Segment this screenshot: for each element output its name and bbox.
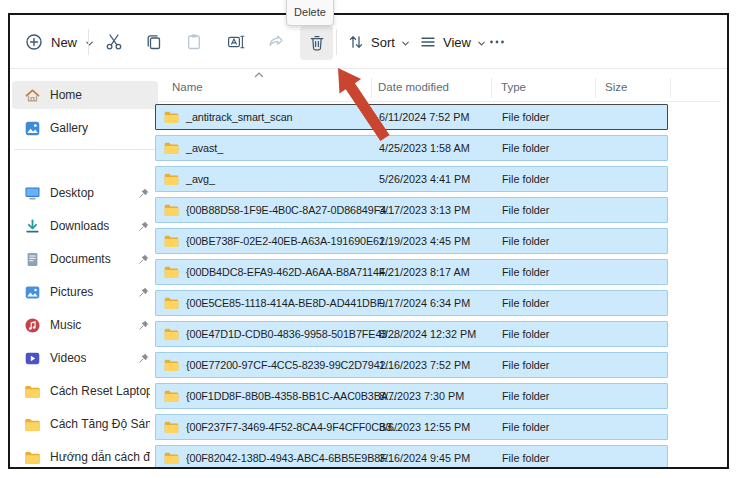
file-name: {00B88D58-1F9E-4B0C-8A27-0D86849F4... xyxy=(186,204,395,216)
share-button[interactable] xyxy=(261,27,291,57)
column-header-name[interactable]: Name xyxy=(172,81,203,93)
sidebar-item-label: Cách Tăng Độ Sáng xyxy=(50,417,150,431)
sidebar-item-label: Cách Reset Laptop xyxy=(50,384,150,398)
sidebar-item-label: Videos xyxy=(50,351,86,365)
column-header-type[interactable]: Type xyxy=(501,81,526,93)
sidebar-item-desktop[interactable]: Desktop xyxy=(12,179,158,207)
file-row[interactable]: {00BE738F-02E2-40EB-A63A-191690E61...2/1… xyxy=(155,228,668,254)
file-row[interactable]: {00F237F7-3469-4F52-8CA4-9F4CFF0CB3...3/… xyxy=(155,414,668,440)
sidebar-item-music[interactable]: Music xyxy=(12,311,158,339)
file-date-modified: 1/16/2023 7:52 PM xyxy=(379,359,470,371)
share-icon xyxy=(266,32,286,52)
toolbar-divider xyxy=(336,29,337,55)
column-header-size[interactable]: Size xyxy=(605,81,627,93)
file-date-modified: 4/25/2023 1:58 AM xyxy=(379,142,470,154)
file-row[interactable]: {00F82042-138D-4943-ABC4-6BB5E9B8F...3/1… xyxy=(155,445,668,469)
view-button-label: View xyxy=(443,35,471,50)
sidebar-item-cach-reset-laptop[interactable]: Cách Reset Laptop xyxy=(12,377,158,405)
toolbar: New Sort View xyxy=(10,15,727,69)
file-date-modified: 4/21/2023 8:17 AM xyxy=(379,266,470,278)
downloads-icon xyxy=(24,218,41,235)
rename-button[interactable] xyxy=(221,27,251,57)
file-type: File folder xyxy=(502,452,549,464)
file-date-modified: 3/6/2023 12:55 PM xyxy=(379,421,470,433)
file-name: {00E47D1D-CDB0-4836-9958-501B7FE43... xyxy=(186,328,396,340)
sort-button-label: Sort xyxy=(371,35,395,50)
file-type: File folder xyxy=(502,328,549,340)
file-row[interactable]: _avg_5/26/2023 4:41 PMFile folder xyxy=(155,166,668,192)
copy-button[interactable] xyxy=(139,27,169,57)
file-name: {00BE738F-02E2-40EB-A63A-191690E61... xyxy=(186,235,394,247)
file-name: {00F1DD8F-8B0B-4358-BB1C-AAC0B3BA... xyxy=(186,390,397,402)
file-date-modified: 3/17/2023 3:13 PM xyxy=(379,204,470,216)
home-icon xyxy=(24,87,41,104)
file-type: File folder xyxy=(502,266,549,278)
sidebar-item-cach-tang-o-sang[interactable]: Cách Tăng Độ Sáng xyxy=(12,410,158,438)
delete-button[interactable] xyxy=(300,26,333,60)
folder-icon xyxy=(163,234,180,248)
file-type: File folder xyxy=(502,421,549,433)
pictures-icon xyxy=(24,284,41,301)
sidebar-item-videos[interactable]: Videos xyxy=(12,344,158,372)
column-separator xyxy=(491,78,492,98)
delete-tooltip: Delete xyxy=(286,0,334,26)
file-row[interactable]: {00B88D58-1F9E-4B0C-8A27-0D86849F4...3/1… xyxy=(155,197,668,223)
file-date-modified: 2/19/2023 4:45 PM xyxy=(379,235,470,247)
folder-icon xyxy=(163,420,180,434)
file-row[interactable]: _antitrack_smart_scan6/11/2024 7:52 PMFi… xyxy=(155,104,668,130)
header-separator xyxy=(155,101,721,102)
folder-icon xyxy=(163,203,180,217)
file-date-modified: 9/17/2024 6:34 PM xyxy=(379,297,470,309)
file-type: File folder xyxy=(502,235,549,247)
column-separator xyxy=(595,78,596,98)
see-more-button[interactable] xyxy=(480,27,514,57)
sidebar: HomeGalleryDesktopDownloadsDocumentsPict… xyxy=(12,81,158,469)
desktop-icon xyxy=(24,185,41,202)
sort-button[interactable]: Sort xyxy=(342,27,415,57)
list-header: NameDate modifiedTypeSize xyxy=(155,77,721,101)
file-row[interactable]: {00DB4DC8-EFA9-462D-A6AA-B8A7114F...4/21… xyxy=(155,259,668,285)
file-row[interactable]: {00F1DD8F-8B0B-4358-BB1C-AAC0B3BA...8/7/… xyxy=(155,383,668,409)
videos-icon xyxy=(24,350,41,367)
sidebar-divider xyxy=(14,149,156,150)
file-row[interactable]: {00E77200-97CF-4CC5-8239-99C2D7942...1/1… xyxy=(155,352,668,378)
file-name: _avg_ xyxy=(186,173,215,185)
file-row[interactable]: {00E47D1D-CDB0-4836-9958-501B7FE43...8/2… xyxy=(155,321,668,347)
file-date-modified: 8/28/2024 12:32 PM xyxy=(379,328,476,340)
cut-button[interactable] xyxy=(99,27,129,57)
sidebar-item-downloads[interactable]: Downloads xyxy=(12,212,158,240)
clipboard-icon xyxy=(184,32,204,52)
file-name: {00F82042-138D-4943-ABC4-6BB5E9B8F... xyxy=(186,452,394,464)
file-row[interactable]: _avast_4/25/2023 1:58 AMFile folder xyxy=(155,135,668,161)
file-type: File folder xyxy=(502,390,549,402)
sidebar-item-pictures[interactable]: Pictures xyxy=(12,278,158,306)
column-separator xyxy=(670,78,671,98)
chevron-down-icon xyxy=(400,38,411,49)
sidebar-item-documents[interactable]: Documents xyxy=(12,245,158,273)
sidebar-item-home[interactable]: Home xyxy=(12,81,158,109)
sidebar-item-gallery[interactable]: Gallery xyxy=(12,114,158,142)
file-name: {00E77200-97CF-4CC5-8239-99C2D7942... xyxy=(186,359,394,371)
paste-button[interactable] xyxy=(179,27,209,57)
file-date-modified: 3/16/2024 9:45 PM xyxy=(379,452,470,464)
folder-icon xyxy=(24,416,41,433)
file-row[interactable]: {00E5CE85-1118-414A-BE8D-AD441DBF...9/17… xyxy=(155,290,668,316)
file-type: File folder xyxy=(502,204,549,216)
documents-icon xyxy=(24,251,41,268)
sidebar-item-huong-dan-cach-o[interactable]: Hướng dẫn cách đổ xyxy=(12,443,158,469)
new-button-label: New xyxy=(51,35,77,50)
file-name: {00DB4DC8-EFA9-462D-A6AA-B8A7114F... xyxy=(186,266,393,278)
column-header-date-modified[interactable]: Date modified xyxy=(378,81,449,93)
pin-icon xyxy=(137,187,150,200)
music-icon xyxy=(24,317,41,334)
pin-icon xyxy=(137,253,150,266)
file-type: File folder xyxy=(502,359,549,371)
sort-arrows-icon xyxy=(346,32,366,52)
column-separator xyxy=(371,78,372,98)
folder-icon xyxy=(24,449,41,466)
sidebar-item-label: Music xyxy=(50,318,81,332)
folder-icon xyxy=(163,265,180,279)
pin-icon xyxy=(137,319,150,332)
folder-icon xyxy=(163,327,180,341)
chevron-up-icon xyxy=(253,70,265,80)
